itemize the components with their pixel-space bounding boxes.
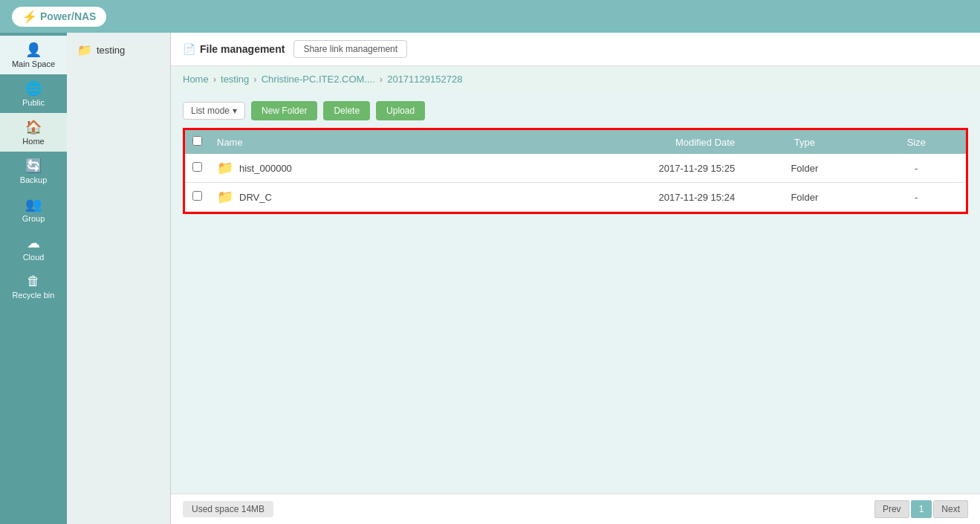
- home-icon: 🏠: [25, 119, 42, 135]
- list-mode-label: List mode: [191, 106, 230, 116]
- row2-type: Folder: [742, 183, 866, 212]
- table-row[interactable]: 📁 hist_000000 2017-11-29 15:25 Folder -: [185, 154, 966, 183]
- col-checkbox: [185, 130, 210, 154]
- row1-name: hist_000000: [239, 163, 292, 174]
- dropdown-arrow-icon: ▾: [233, 106, 237, 116]
- public-icon: 🌐: [25, 80, 42, 97]
- col-size: Size: [867, 130, 966, 154]
- breadcrumb-sep-3: ›: [380, 74, 383, 85]
- sidebar-item-group[interactable]: 👥 Group: [0, 190, 67, 229]
- file-table: Name Modified Date Type Size: [185, 130, 966, 212]
- upload-button[interactable]: Upload: [376, 101, 425, 120]
- toolbar: List mode ▾ New Folder Delete Upload: [183, 101, 968, 120]
- header-bar: 📄 File management Share link management: [171, 33, 980, 66]
- breadcrumb-home[interactable]: Home: [183, 74, 209, 85]
- row2-checkbox[interactable]: [192, 191, 202, 201]
- pagination: Prev 1 Next: [874, 500, 968, 518]
- left-panel-folder-testing[interactable]: 📁 testing: [73, 40, 164, 60]
- row1-type: Folder: [742, 154, 866, 183]
- current-page-button[interactable]: 1: [911, 500, 932, 518]
- folder-icon: 📁: [77, 43, 92, 57]
- sidebar-item-label: Home: [22, 137, 44, 146]
- sidebar-item-label: Group: [22, 214, 45, 223]
- table-header-row: Name Modified Date Type Size: [185, 130, 966, 154]
- prev-page-button[interactable]: Prev: [874, 500, 909, 518]
- row1-checkbox-cell: [185, 154, 210, 183]
- topbar: ⚡ Power/NAS: [0, 0, 980, 33]
- table-row[interactable]: 📁 DRV_C 2017-11-29 15:24 Folder -: [185, 183, 966, 212]
- sidebar-item-label: Main Space: [12, 59, 55, 68]
- next-page-button[interactable]: Next: [933, 500, 968, 518]
- recycle-bin-icon: 🗑: [27, 274, 40, 289]
- row2-modified: 2017-11-29 15:24: [474, 183, 742, 212]
- breadcrumb: Home › testing › Christine-PC.ITE2.COM..…: [171, 66, 980, 92]
- sidebar-item-public[interactable]: 🌐 Public: [0, 74, 67, 113]
- breadcrumb-sep-2: ›: [253, 74, 256, 85]
- sidebar-item-label: Public: [22, 98, 45, 107]
- group-icon: 👥: [25, 196, 42, 213]
- col-modified: Modified Date: [474, 130, 742, 154]
- file-mgmt-label: File management: [200, 43, 285, 55]
- backup-icon: 🔄: [25, 158, 42, 174]
- folder-icon: 📁: [217, 189, 233, 205]
- content-area: List mode ▾ New Folder Delete Upload Nam…: [171, 92, 980, 494]
- share-link-button[interactable]: Share link management: [293, 40, 407, 58]
- layout: 👤 Main Space 🌐 Public 🏠 Home 🔄 Backup 👥 …: [0, 33, 980, 524]
- row2-name: DRV_C: [239, 192, 272, 203]
- sidebar-item-label: Recycle bin: [13, 291, 55, 300]
- folder-name: testing: [97, 45, 125, 56]
- file-management-title: 📄 File management: [183, 43, 285, 55]
- breadcrumb-pc[interactable]: Christine-PC.ITE2.COM....: [262, 74, 375, 85]
- col-type: Type: [742, 130, 866, 154]
- row2-size: -: [867, 183, 966, 212]
- breadcrumb-sep-1: ›: [213, 74, 216, 85]
- select-all-checkbox[interactable]: [192, 136, 202, 146]
- main-content: 📄 File management Share link management …: [171, 33, 980, 524]
- row2-checkbox-cell: [185, 183, 210, 212]
- sidebar-item-cloud[interactable]: ☁ Cloud: [0, 229, 67, 268]
- list-mode-button[interactable]: List mode ▾: [183, 102, 245, 120]
- folder-icon: 📁: [217, 160, 233, 176]
- sidebar-item-label: Backup: [20, 175, 48, 184]
- breadcrumb-current: 20171129152728: [387, 74, 462, 85]
- sidebar-item-main-space[interactable]: 👤 Main Space: [0, 36, 67, 74]
- cloud-icon: ☁: [27, 235, 40, 251]
- delete-button[interactable]: Delete: [323, 101, 370, 120]
- row1-checkbox[interactable]: [192, 162, 202, 172]
- sidebar: 👤 Main Space 🌐 Public 🏠 Home 🔄 Backup 👥 …: [0, 33, 67, 524]
- logo: ⚡ Power/NAS: [12, 7, 106, 27]
- row1-size: -: [867, 154, 966, 183]
- used-space: Used space 14MB: [183, 501, 273, 517]
- file-mgmt-icon: 📄: [183, 43, 195, 55]
- sidebar-item-label: Cloud: [23, 253, 45, 262]
- row1-modified: 2017-11-29 15:25: [474, 154, 742, 183]
- sidebar-item-backup[interactable]: 🔄 Backup: [0, 152, 67, 190]
- left-panel: 📁 testing: [67, 33, 171, 524]
- logo-icon: ⚡: [22, 10, 37, 24]
- footer: Used space 14MB Prev 1 Next: [171, 494, 980, 524]
- row1-name-cell: 📁 hist_000000: [210, 154, 474, 183]
- logo-text: Power/NAS: [40, 10, 96, 22]
- sidebar-item-recycle-bin[interactable]: 🗑 Recycle bin: [0, 268, 67, 305]
- file-table-highlight-container: Name Modified Date Type Size: [183, 128, 968, 214]
- sidebar-item-home[interactable]: 🏠 Home: [0, 113, 67, 152]
- col-name: Name: [210, 130, 474, 154]
- main-space-icon: 👤: [25, 42, 42, 58]
- row2-name-cell: 📁 DRV_C: [210, 183, 474, 212]
- breadcrumb-testing[interactable]: testing: [221, 74, 249, 85]
- new-folder-button[interactable]: New Folder: [251, 101, 317, 120]
